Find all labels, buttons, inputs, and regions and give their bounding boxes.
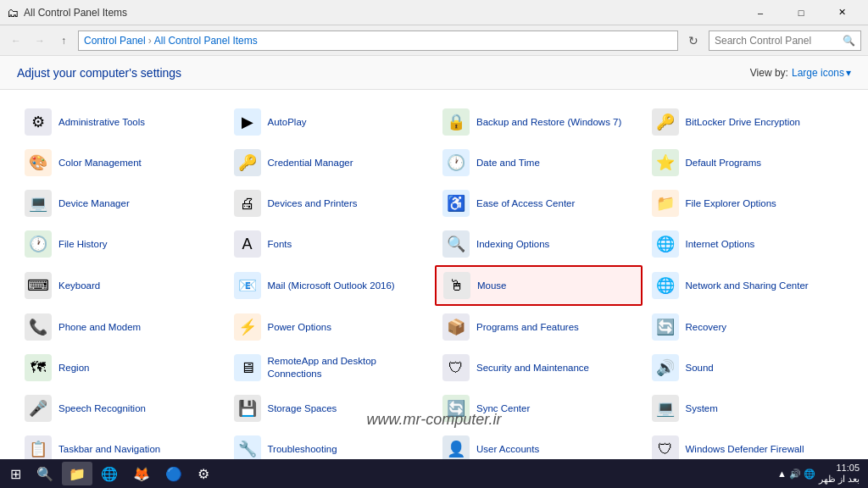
cp-item-programs-features[interactable]: 📦 Programs and Features [435,308,643,347]
search-taskbar-button[interactable]: 🔍 [30,462,60,485]
cp-label-phone-modem: Phone and Modem [58,321,141,334]
cp-icon-phone-modem: 📞 [25,313,52,341]
cp-icon-speech-recognition: 🎤 [25,395,52,422]
cp-icon-ease-of-access: ♿ [442,190,470,217]
cp-item-speech-recognition[interactable]: 🎤 Speech Recognition [17,389,225,428]
up-button[interactable]: ↑ [54,31,73,50]
cp-item-sync-center[interactable]: 🔄 Sync Center [435,389,643,428]
search-box[interactable]: 🔍 [709,30,861,51]
cp-icon-sync-center: 🔄 [442,395,470,422]
cp-item-file-explorer-options[interactable]: 📁 File Explorer Options [644,184,852,223]
view-by-value[interactable]: Large icons ▾ [792,67,851,79]
cp-label-device-manager: Device Manager [58,197,130,210]
cp-item-recovery[interactable]: 🔄 Recovery [644,308,852,347]
cp-item-default-programs[interactable]: ⭐ Default Programs [644,143,852,182]
file-explorer-taskbar[interactable]: 📁 [62,462,92,485]
cp-item-storage-spaces[interactable]: 💾 Storage Spaces [226,389,434,428]
cp-label-administrative-tools: Administrative Tools [58,116,145,129]
cp-icon-security-maintenance: 🛡 [442,354,470,381]
cp-icon-sound: 🔊 [652,354,679,381]
title-bar: 🗂 All Control Panel Items – □ ✕ [0,0,868,25]
cp-icon-remoteapp: 🖥 [234,354,261,381]
cp-item-phone-modem[interactable]: 📞 Phone and Modem [17,308,225,347]
cp-item-bitlocker[interactable]: 🔑 BitLocker Drive Encryption [644,103,852,141]
cp-icon-troubleshooting: 🔧 [234,435,261,459]
cp-icon-internet-options: 🌐 [652,230,679,258]
cp-icon-programs-features: 📦 [442,313,470,341]
start-button[interactable]: ⊞ [3,462,28,485]
cp-item-taskbar-navigation[interactable]: 📋 Taskbar and Navigation [17,430,225,459]
cp-label-file-explorer-options: File Explorer Options [686,197,776,210]
cp-item-region[interactable]: 🗺 Region [17,348,225,387]
edge-taskbar[interactable]: 🌐 [94,462,125,485]
window-icon: 🗂 [7,6,19,19]
cp-icon-fonts: A [234,230,261,258]
time-display: 11:05 [819,463,860,474]
cp-item-internet-options[interactable]: 🌐 Internet Options [644,225,852,263]
cp-item-color-management[interactable]: 🎨 Color Management [17,143,225,182]
cp-item-network-sharing[interactable]: 🌐 Network and Sharing Center [644,265,852,306]
cp-label-programs-features: Programs and Features [476,321,579,334]
cp-icon-storage-spaces: 💾 [234,395,261,422]
refresh-button[interactable]: ↻ [683,30,704,51]
cp-label-speech-recognition: Speech Recognition [58,402,146,415]
cp-item-remoteapp[interactable]: 🖥 RemoteApp and Desktop Connections [226,348,434,387]
cp-item-user-accounts[interactable]: 👤 User Accounts [435,430,643,459]
cp-label-storage-spaces: Storage Spaces [268,402,337,415]
cp-item-backup-restore[interactable]: 🔒 Backup and Restore (Windows 7) [435,103,643,141]
cp-item-security-maintenance[interactable]: 🛡 Security and Maintenance [435,348,643,387]
cp-label-fonts: Fonts [268,238,292,251]
cp-item-device-manager[interactable]: 💻 Device Manager [17,184,225,223]
cp-item-ease-of-access[interactable]: ♿ Ease of Access Center [435,184,643,223]
cp-icon-system: 💻 [652,395,679,422]
settings-taskbar[interactable]: ⚙ [191,462,216,485]
cp-item-keyboard[interactable]: ⌨ Keyboard [17,265,225,306]
close-button[interactable]: ✕ [822,0,861,25]
cp-label-windows-defender: Windows Defender Firewall [686,443,804,456]
cp-label-taskbar-navigation: Taskbar and Navigation [58,443,160,456]
cp-label-remoteapp: RemoteApp and Desktop Connections [268,355,426,380]
cp-item-fonts[interactable]: A Fonts [226,225,434,263]
cp-item-troubleshooting[interactable]: 🔧 Troubleshooting [226,430,434,459]
minimize-button[interactable]: – [741,0,780,25]
cp-item-file-history[interactable]: 🕐 File History [17,225,225,263]
cp-item-power-options[interactable]: ⚡ Power Options [226,308,434,347]
path-all-items[interactable]: All Control Panel Items [154,35,258,47]
path-control-panel[interactable]: Control Panel [84,35,146,47]
cp-icon-file-history: 🕐 [25,230,52,258]
cp-icon-power-options: ⚡ [234,313,261,341]
cp-item-administrative-tools[interactable]: ⚙ Administrative Tools [17,103,225,141]
address-path[interactable]: Control Panel › All Control Panel Items [78,30,678,51]
cp-label-network-sharing: Network and Sharing Center [686,280,809,292]
taskbar: ⊞ 🔍 📁 🌐 🦊 🔵 ⚙ ▲ 🔊 🌐 11:05 بعد از ظهر [0,459,868,488]
cp-icon-credential-manager: 🔑 [234,149,261,176]
cp-label-file-history: File History [58,238,108,251]
view-by-control[interactable]: View by: Large icons ▾ [750,67,851,79]
forward-button[interactable]: → [31,31,49,50]
maximize-button[interactable]: □ [782,0,821,25]
cp-item-system[interactable]: 💻 System [644,389,852,428]
clock: 11:05 بعد از ظهر [819,463,860,485]
cp-label-autoplay: AutoPlay [268,116,307,129]
main-content: ⚙ Administrative Tools ▶ AutoPlay 🔒 Back… [0,90,868,459]
cp-label-power-options: Power Options [268,321,331,334]
cp-label-color-management: Color Management [58,157,142,169]
cp-item-devices-printers[interactable]: 🖨 Devices and Printers [226,184,434,223]
cp-item-windows-defender[interactable]: 🛡 Windows Defender Firewall [644,430,852,459]
search-input[interactable] [715,35,843,47]
firefox-taskbar[interactable]: 🦊 [126,462,157,485]
cp-item-mail[interactable]: 📧 Mail (Microsoft Outlook 2016) [226,265,434,306]
cp-label-credential-manager: Credential Manager [268,157,353,169]
chrome-taskbar[interactable]: 🔵 [159,462,189,485]
cp-icon-autoplay: ▶ [234,108,261,136]
cp-icon-administrative-tools: ⚙ [25,108,52,136]
cp-item-sound[interactable]: 🔊 Sound [644,348,852,387]
cp-item-indexing-options[interactable]: 🔍 Indexing Options [435,225,643,263]
cp-item-date-time[interactable]: 🕐 Date and Time [435,143,643,182]
cp-item-credential-manager[interactable]: 🔑 Credential Manager [226,143,434,182]
view-by-label: View by: [750,67,788,79]
cp-item-autoplay[interactable]: ▶ AutoPlay [226,103,434,141]
cp-item-mouse[interactable]: 🖱 Mouse [435,265,643,306]
back-button[interactable]: ← [7,31,25,50]
cp-label-indexing-options: Indexing Options [476,238,549,251]
